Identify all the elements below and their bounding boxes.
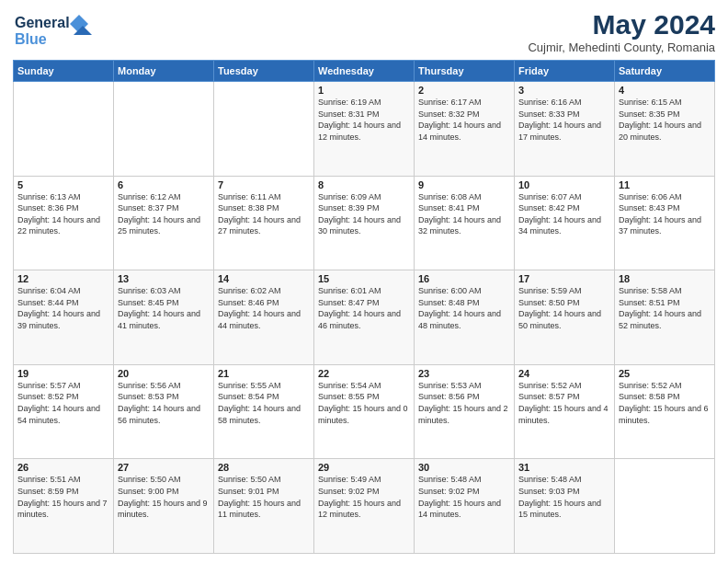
day-number: 27 xyxy=(118,462,210,473)
calendar-week-2: 5Sunrise: 6:13 AM Sunset: 8:36 PM Daylig… xyxy=(14,176,715,270)
day-info: Sunrise: 6:00 AM Sunset: 8:48 PM Dayligh… xyxy=(418,285,510,331)
calendar-cell: 23Sunrise: 5:53 AM Sunset: 8:56 PM Dayli… xyxy=(415,364,515,459)
calendar-cell: 10Sunrise: 6:07 AM Sunset: 8:42 PM Dayli… xyxy=(515,176,615,270)
day-info: Sunrise: 5:49 AM Sunset: 9:02 PM Dayligh… xyxy=(318,474,410,520)
day-number: 16 xyxy=(418,273,510,284)
day-number: 20 xyxy=(118,368,210,379)
day-number: 22 xyxy=(318,368,410,379)
day-info: Sunrise: 6:02 AM Sunset: 8:46 PM Dayligh… xyxy=(218,285,310,331)
calendar-cell: 8Sunrise: 6:09 AM Sunset: 8:39 PM Daylig… xyxy=(314,176,415,270)
day-number: 12 xyxy=(17,273,109,284)
day-number: 1 xyxy=(318,85,410,96)
day-number: 4 xyxy=(619,85,711,96)
day-info: Sunrise: 6:01 AM Sunset: 8:47 PM Dayligh… xyxy=(318,285,410,331)
day-number: 18 xyxy=(619,273,711,284)
day-info: Sunrise: 5:58 AM Sunset: 8:51 PM Dayligh… xyxy=(619,285,711,331)
day-info: Sunrise: 6:15 AM Sunset: 8:35 PM Dayligh… xyxy=(619,97,711,143)
calendar-cell: 18Sunrise: 5:58 AM Sunset: 8:51 PM Dayli… xyxy=(615,270,715,365)
day-info: Sunrise: 5:57 AM Sunset: 8:52 PM Dayligh… xyxy=(17,380,109,426)
day-number: 23 xyxy=(418,368,510,379)
day-number: 25 xyxy=(619,368,711,379)
day-number: 7 xyxy=(218,179,310,190)
day-info: Sunrise: 5:55 AM Sunset: 8:54 PM Dayligh… xyxy=(218,380,310,426)
day-number: 19 xyxy=(17,368,109,379)
weekday-header-row: Sunday Monday Tuesday Wednesday Thursday… xyxy=(14,61,715,82)
header-wednesday: Wednesday xyxy=(314,61,415,82)
day-number: 13 xyxy=(118,273,210,284)
calendar-cell: 24Sunrise: 5:52 AM Sunset: 8:57 PM Dayli… xyxy=(515,364,615,459)
day-number: 28 xyxy=(218,462,310,473)
day-info: Sunrise: 6:06 AM Sunset: 8:43 PM Dayligh… xyxy=(619,191,711,237)
day-number: 8 xyxy=(318,179,410,190)
day-number: 10 xyxy=(518,179,610,190)
day-info: Sunrise: 6:16 AM Sunset: 8:33 PM Dayligh… xyxy=(518,97,610,143)
day-number: 15 xyxy=(318,273,410,284)
day-number: 9 xyxy=(418,179,510,190)
calendar-cell xyxy=(615,459,715,554)
day-number: 24 xyxy=(518,368,610,379)
calendar-cell: 19Sunrise: 5:57 AM Sunset: 8:52 PM Dayli… xyxy=(14,364,114,459)
calendar-cell: 30Sunrise: 5:48 AM Sunset: 9:02 PM Dayli… xyxy=(415,459,515,554)
calendar-cell: 1Sunrise: 6:19 AM Sunset: 8:31 PM Daylig… xyxy=(314,82,415,177)
day-number: 17 xyxy=(518,273,610,284)
calendar-week-5: 26Sunrise: 5:51 AM Sunset: 8:59 PM Dayli… xyxy=(14,459,715,554)
calendar-cell: 16Sunrise: 6:00 AM Sunset: 8:48 PM Dayli… xyxy=(415,270,515,365)
day-info: Sunrise: 6:11 AM Sunset: 8:38 PM Dayligh… xyxy=(218,191,310,237)
day-number: 11 xyxy=(619,179,711,190)
day-info: Sunrise: 5:52 AM Sunset: 8:58 PM Dayligh… xyxy=(619,380,711,426)
day-number: 31 xyxy=(518,462,610,473)
day-info: Sunrise: 6:19 AM Sunset: 8:31 PM Dayligh… xyxy=(318,97,410,143)
calendar-cell: 14Sunrise: 6:02 AM Sunset: 8:46 PM Dayli… xyxy=(214,270,314,365)
day-number: 26 xyxy=(17,462,109,473)
day-number: 3 xyxy=(518,85,610,96)
header: General Blue May 2024 Cujmir, Mehedinti … xyxy=(13,9,715,54)
calendar-cell: 2Sunrise: 6:17 AM Sunset: 8:32 PM Daylig… xyxy=(415,82,515,177)
calendar: Sunday Monday Tuesday Wednesday Thursday… xyxy=(13,60,715,554)
day-info: Sunrise: 5:48 AM Sunset: 9:02 PM Dayligh… xyxy=(418,474,510,520)
day-info: Sunrise: 5:53 AM Sunset: 8:56 PM Dayligh… xyxy=(418,380,510,426)
calendar-cell: 12Sunrise: 6:04 AM Sunset: 8:44 PM Dayli… xyxy=(14,270,114,365)
calendar-cell: 17Sunrise: 5:59 AM Sunset: 8:50 PM Dayli… xyxy=(515,270,615,365)
day-info: Sunrise: 6:17 AM Sunset: 8:32 PM Dayligh… xyxy=(418,97,510,143)
day-info: Sunrise: 6:03 AM Sunset: 8:45 PM Dayligh… xyxy=(118,285,210,331)
logo-icon: General Blue xyxy=(13,9,96,50)
calendar-cell xyxy=(114,82,214,177)
day-info: Sunrise: 6:04 AM Sunset: 8:44 PM Dayligh… xyxy=(17,285,109,331)
day-info: Sunrise: 6:12 AM Sunset: 8:37 PM Dayligh… xyxy=(118,191,210,237)
day-info: Sunrise: 6:09 AM Sunset: 8:39 PM Dayligh… xyxy=(318,191,410,237)
day-info: Sunrise: 5:59 AM Sunset: 8:50 PM Dayligh… xyxy=(518,285,610,331)
calendar-week-1: 1Sunrise: 6:19 AM Sunset: 8:31 PM Daylig… xyxy=(14,82,715,177)
calendar-cell: 13Sunrise: 6:03 AM Sunset: 8:45 PM Dayli… xyxy=(114,270,214,365)
day-info: Sunrise: 6:08 AM Sunset: 8:41 PM Dayligh… xyxy=(418,191,510,237)
day-number: 5 xyxy=(17,179,109,190)
day-number: 21 xyxy=(218,368,310,379)
calendar-cell: 4Sunrise: 6:15 AM Sunset: 8:35 PM Daylig… xyxy=(615,82,715,177)
header-tuesday: Tuesday xyxy=(214,61,314,82)
calendar-cell: 22Sunrise: 5:54 AM Sunset: 8:55 PM Dayli… xyxy=(314,364,415,459)
day-info: Sunrise: 6:07 AM Sunset: 8:42 PM Dayligh… xyxy=(518,191,610,237)
calendar-cell xyxy=(14,82,114,177)
svg-text:General: General xyxy=(15,15,70,30)
day-number: 29 xyxy=(318,462,410,473)
day-number: 30 xyxy=(418,462,510,473)
calendar-week-3: 12Sunrise: 6:04 AM Sunset: 8:44 PM Dayli… xyxy=(14,270,715,365)
calendar-cell xyxy=(214,82,314,177)
calendar-cell: 27Sunrise: 5:50 AM Sunset: 9:00 PM Dayli… xyxy=(114,459,214,554)
calendar-cell: 26Sunrise: 5:51 AM Sunset: 8:59 PM Dayli… xyxy=(14,459,114,554)
day-info: Sunrise: 5:54 AM Sunset: 8:55 PM Dayligh… xyxy=(318,380,410,426)
title-block: May 2024 Cujmir, Mehedinti County, Roman… xyxy=(528,9,715,54)
calendar-cell: 3Sunrise: 6:16 AM Sunset: 8:33 PM Daylig… xyxy=(515,82,615,177)
calendar-cell: 28Sunrise: 5:50 AM Sunset: 9:01 PM Dayli… xyxy=(214,459,314,554)
day-number: 6 xyxy=(118,179,210,190)
day-info: Sunrise: 5:56 AM Sunset: 8:53 PM Dayligh… xyxy=(118,380,210,426)
calendar-cell: 9Sunrise: 6:08 AM Sunset: 8:41 PM Daylig… xyxy=(415,176,515,270)
calendar-cell: 11Sunrise: 6:06 AM Sunset: 8:43 PM Dayli… xyxy=(615,176,715,270)
calendar-cell: 6Sunrise: 6:12 AM Sunset: 8:37 PM Daylig… xyxy=(114,176,214,270)
day-info: Sunrise: 5:50 AM Sunset: 9:01 PM Dayligh… xyxy=(218,474,310,520)
day-info: Sunrise: 6:13 AM Sunset: 8:36 PM Dayligh… xyxy=(17,191,109,237)
day-number: 2 xyxy=(418,85,510,96)
page: General Blue May 2024 Cujmir, Mehedinti … xyxy=(0,0,728,563)
main-title: May 2024 xyxy=(528,9,715,40)
svg-text:Blue: Blue xyxy=(15,31,47,47)
header-sunday: Sunday xyxy=(14,61,114,82)
